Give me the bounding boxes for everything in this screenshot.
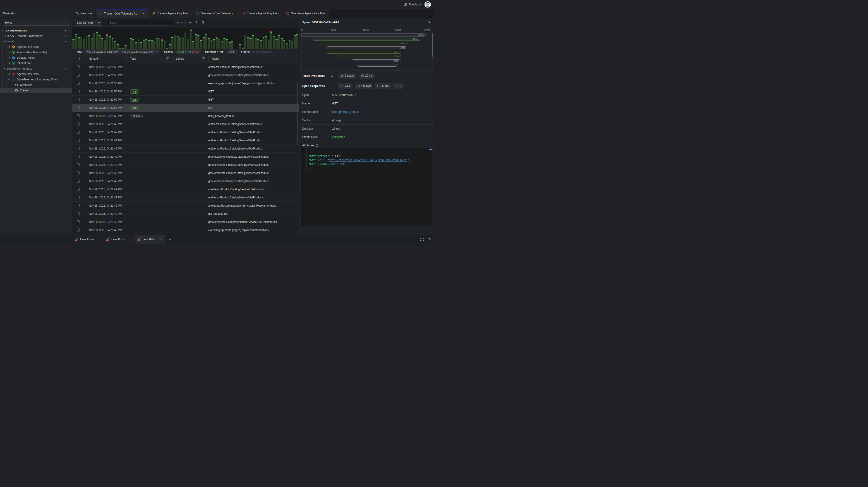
sidebar-item-default-project[interactable]: Default Project (0, 55, 72, 60)
table-row[interactable]: Nov 28, 2025, 04:21:49 PM/oteldemo.Produ… (72, 185, 299, 193)
chevron-right-icon[interactable] (8, 62, 11, 65)
row-checkbox[interactable] (72, 180, 86, 183)
dock-tab-lens-prism[interactable]: Lens Prism (72, 235, 103, 244)
dock-tab-lens-prism[interactable]: Lens Prism✕ (134, 235, 166, 244)
sidebar-item-lc-dev1-remote-environment[interactable]: lc-dev1 Remote Environment+› (0, 33, 72, 39)
close-panel-icon[interactable]: ✕ (428, 20, 431, 25)
chevron-up-icon[interactable] (428, 238, 431, 241)
upload-button[interactable] (194, 21, 199, 25)
item-actions[interactable]: +› (65, 40, 69, 43)
row-checkbox[interactable] (72, 172, 86, 175)
table-row[interactable]: Nov 28, 2025, 04:21:50 PMrootuser_browse… (72, 112, 299, 120)
chevron-down-icon[interactable] (8, 78, 11, 81)
row-checkbox[interactable] (72, 204, 86, 207)
add-icon[interactable]: + (65, 40, 67, 43)
column-header-name[interactable]: Name (208, 56, 299, 61)
table-row[interactable]: Nov 28, 2025, 04:21:49 PMgrpc.oteldemo.P… (72, 153, 299, 161)
duration-pill[interactable]: 0 ms (226, 50, 237, 54)
url-link[interactable]: http://frontend-proxy:8181/api/products/… (329, 158, 407, 162)
chevron-right-icon[interactable]: › (68, 29, 69, 32)
download-button[interactable] (188, 21, 192, 25)
tab-traces-opentelemetry-as[interactable]: Traces - OpenTelemetry As...✕ (96, 9, 149, 18)
row-checkbox[interactable] (72, 82, 86, 85)
sidebar-item-agents-play-alias-otel[interactable]: Agents Play Alias (OTel) (0, 50, 72, 55)
row-checkbox[interactable] (72, 114, 86, 117)
row-checkbox[interactable] (72, 90, 86, 93)
field-value[interactable]: user_browse_product (332, 110, 359, 114)
row-checkbox[interactable] (72, 106, 86, 109)
delete-button[interactable] (201, 21, 205, 25)
row-checkbox[interactable] (72, 65, 86, 68)
tab-traces-agents-play-alias[interactable]: Traces - Agents Play Alias (239, 9, 283, 18)
waterfall-scrollbar[interactable] (432, 33, 433, 69)
column-header-labels[interactable]: Labels (172, 56, 208, 61)
row-checkbox[interactable] (72, 229, 86, 232)
row-checkbox[interactable] (72, 123, 86, 125)
waterfall-span-bar[interactable] (358, 64, 397, 67)
add-dock-tab-button[interactable]: + (169, 237, 171, 242)
table-row[interactable]: Nov 28, 2025, 04:21:50 PMhttpGET (72, 104, 299, 112)
waterfall-span-bar[interactable]: 13ms (327, 47, 407, 50)
add-icon[interactable]: + (65, 34, 67, 38)
collapse-section-icon[interactable] (316, 144, 318, 147)
row-checkbox[interactable] (72, 188, 86, 191)
row-checkbox[interactable] (72, 147, 86, 150)
tab-overview-opentelemetry[interactable]: Overview - OpenTelemetry... (192, 9, 239, 18)
waterfall-span-bar[interactable]: 17ms (314, 38, 421, 41)
tab-welcome[interactable]: Welcome (72, 9, 96, 18)
waterfall-span-bar[interactable]: 8ms (351, 59, 401, 62)
row-checkbox[interactable] (72, 220, 86, 223)
waterfall-span-bar[interactable]: 12ms (327, 51, 401, 54)
attributes-json-editor[interactable]: { "http.method": "GET", "http.url": "htt… (301, 148, 432, 226)
chevron-right-icon[interactable]: › (69, 40, 69, 43)
search-input[interactable] (107, 20, 174, 26)
column-header-type[interactable]: Type (126, 56, 172, 61)
chevron-right-icon[interactable] (8, 56, 11, 59)
item-actions[interactable]: +› (65, 67, 69, 70)
chevron-down-icon[interactable] (4, 67, 7, 70)
table-row[interactable]: Nov 28, 2025, 04:21:49 PMoteldemo.Produc… (72, 128, 299, 136)
user-avatar[interactable] (425, 1, 431, 8)
tab-overview-agents-play-alias[interactable]: Overview - Agents Play Alias (283, 9, 330, 18)
time-range-select[interactable]: Last 12 hours (75, 20, 102, 26)
table-row[interactable]: Nov 28, 2025, 04:21:49 PM/oteldemo.Recom… (72, 202, 299, 210)
sidebar-item-infiniteloop[interactable]: InfiniteLoop (0, 60, 72, 66)
table-row[interactable]: Nov 28, 2025, 04:21:49 PMgrpc.oteldemo.P… (72, 161, 299, 169)
spans-histogram[interactable] (72, 28, 299, 49)
scope-select[interactable]: Home (3, 20, 69, 26)
collapse-section-icon[interactable] (331, 85, 333, 87)
expand-section-icon[interactable] (331, 74, 333, 77)
sidebar-item-agents-play-alias[interactable]: Agents Play Alias (0, 71, 72, 77)
filter-icon[interactable] (203, 57, 205, 60)
table-scrollbar[interactable] (298, 82, 299, 195)
row-checkbox[interactable] (72, 155, 86, 158)
table-row[interactable]: Nov 28, 2025, 04:21:50 PMoteldemo.Produc… (72, 63, 299, 71)
sidebar-item-agents-play-alias[interactable]: Agents Play Alias (0, 44, 72, 50)
table-row[interactable]: Nov 28, 2025, 04:21:49 PMoteldemo.Produc… (72, 145, 299, 153)
chevron-right-icon[interactable] (8, 72, 11, 75)
table-row[interactable]: Nov 28, 2025, 04:21:49 PMoteldemo.Produc… (72, 120, 299, 128)
chevron-right-icon[interactable] (8, 51, 11, 54)
chevron-down-icon[interactable] (4, 40, 7, 43)
sort-chevron-icon[interactable] (99, 58, 101, 59)
table-row[interactable]: Nov 28, 2025, 04:21:50 PMexecuting api r… (72, 79, 299, 87)
alert-filter-button[interactable] (176, 21, 183, 25)
table-row[interactable]: Nov 28, 2025, 04:21:50 PMhttpGET (72, 87, 299, 96)
sidebar-item-local[interactable]: Local+› (0, 39, 72, 44)
play-icon[interactable] (156, 51, 158, 53)
tab-traces-agents-play-alias[interactable]: Traces - Agents Play Alias (149, 9, 192, 18)
waterfall-span-bar[interactable]: 14ms (320, 42, 408, 45)
table-row[interactable]: Nov 28, 2025, 04:21:49 PMoteldemo.Produc… (72, 193, 299, 202)
sidebar-item-loopserver-us-east[interactable]: LoopServer-us-east+› (0, 66, 72, 71)
sidebar-item-traces[interactable]: Traces (0, 88, 72, 93)
table-row[interactable]: Nov 28, 2025, 04:21:49 PMget_product_lis… (72, 210, 299, 218)
time-range-pill[interactable]: Nov 28, 2025, 04:21:54 AM | Nov 28, 2025… (84, 50, 160, 54)
table-row[interactable]: Nov 28, 2025, 04:21:49 PMgrpc.oteldemo.R… (72, 218, 299, 226)
feedback-button[interactable]: Feedback (404, 3, 421, 6)
table-row[interactable]: Nov 28, 2025, 04:21:49 PMgrpc.oteldemo.P… (72, 177, 299, 185)
table-row[interactable]: Nov 28, 2025, 04:21:49 PMgrpc.oteldemo.P… (72, 169, 299, 177)
add-icon[interactable]: + (64, 29, 66, 32)
table-row[interactable]: Nov 28, 2025, 04:21:50 PMhttpGET (72, 96, 299, 104)
waterfall-span-bar[interactable]: 10ms (339, 55, 401, 58)
row-checkbox[interactable] (72, 212, 86, 215)
